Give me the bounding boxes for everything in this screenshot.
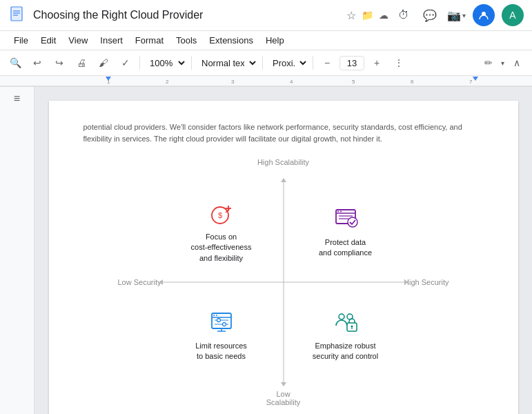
svg-point-22 <box>217 318 220 322</box>
search-button[interactable]: 🔍 <box>6 53 25 72</box>
font-select[interactable]: Proxi... <box>267 56 308 70</box>
doc-icon <box>8 6 28 25</box>
menu-edit[interactable]: Edit <box>35 32 61 48</box>
axis-bottom-label: LowScalability <box>266 390 301 406</box>
separator-4 <box>313 56 313 70</box>
quadrant-bottom-left: Limit resourcesto basic needs <box>159 282 284 386</box>
limit-icon <box>206 306 237 337</box>
sidebar: ≡ <box>0 87 35 414</box>
folder-icon[interactable]: 📁 <box>362 10 373 21</box>
quadrant-top-left: $ Focus oncost-effectivenessand flexibil… <box>159 179 284 282</box>
undo-button[interactable]: ↩ <box>28 53 47 72</box>
comment-icon[interactable]: 💬 <box>420 6 440 25</box>
separator-1 <box>139 56 140 70</box>
text-style-select[interactable]: Normal text <box>196 56 258 70</box>
menu-view[interactable]: View <box>63 32 93 48</box>
main-area: ≡ potential cloud providers. We'll consi… <box>0 87 532 414</box>
robust-icon <box>331 306 361 337</box>
svg-point-13 <box>340 210 342 212</box>
top-right-label: Protect dataand compliance <box>319 237 372 259</box>
quadrant-grid: $ Focus oncost-effectivenessand flexibil… <box>159 179 408 386</box>
separator-2 <box>191 56 192 70</box>
bottom-left-label: Limit resourcesto basic needs <box>195 341 247 362</box>
separator-3 <box>262 56 263 70</box>
top-left-label: Focus oncost-effectivenessand flexibilit… <box>191 232 252 264</box>
svg-rect-17 <box>212 313 231 328</box>
svg-point-19 <box>213 315 215 316</box>
quadrant-bottom-right: Emphasize robustsecurity and control <box>284 282 408 386</box>
svg-point-12 <box>337 210 339 212</box>
document-page: potential cloud providers. We'll conside… <box>49 101 518 414</box>
quadrant-chart: High Scalability LowScalability Low Secu… <box>118 158 449 406</box>
star-icon[interactable]: ☆ <box>346 9 356 22</box>
menu-insert[interactable]: Insert <box>95 32 128 48</box>
title-action-icons: ⏱ 💬 📷▾ A <box>394 4 524 26</box>
svg-point-16 <box>348 217 357 227</box>
svg-text:$: $ <box>217 211 221 219</box>
svg-point-30 <box>351 325 353 327</box>
print-button[interactable]: 🖨 <box>72 53 91 72</box>
cloud-icon[interactable]: ☁ <box>379 10 388 21</box>
toolbar: 🔍 ↩ ↪ 🖨 🖌 ✓ 100% Normal text Proxi... − … <box>0 50 532 76</box>
pen-chevron[interactable]: ▾ <box>501 59 504 67</box>
pen-button[interactable]: ✏ <box>479 53 498 72</box>
svg-rect-0 <box>11 7 22 21</box>
history-icon[interactable]: ⏱ <box>394 6 413 25</box>
font-size-decrease-button[interactable]: − <box>317 53 337 72</box>
axis-top-label: High Scalability <box>257 158 309 166</box>
intro-text: potential cloud providers. We'll conside… <box>83 121 484 144</box>
ruler: 1 2 3 4 5 6 7 <box>0 76 532 87</box>
protect-icon <box>331 203 361 233</box>
axis-left-label: Low Security <box>118 278 161 286</box>
menu-format[interactable]: Format <box>130 32 169 48</box>
document-area[interactable]: potential cloud providers. We'll conside… <box>35 87 532 414</box>
paint-format-button[interactable]: 🖌 <box>94 53 113 72</box>
title-bar: Choosing the Right Cloud Provider ☆ 📁 ☁ … <box>0 0 532 31</box>
menu-bar: File Edit View Insert Format Tools Exten… <box>0 31 532 50</box>
menu-help[interactable]: Help <box>260 32 290 48</box>
font-size-increase-button[interactable]: + <box>367 53 386 72</box>
user-avatar[interactable]: A <box>502 4 524 26</box>
spell-check-button[interactable]: ✓ <box>116 53 135 72</box>
axis-right-label: High Security <box>404 278 449 286</box>
svg-point-24 <box>222 322 226 326</box>
menu-extensions[interactable]: Extensions <box>204 32 259 48</box>
share-avatar[interactable] <box>473 4 495 26</box>
sidebar-list-icon[interactable]: ≡ <box>14 92 20 105</box>
redo-button[interactable]: ↪ <box>50 53 69 72</box>
collapse-button[interactable]: ∧ <box>507 53 526 72</box>
video-icon[interactable]: 📷▾ <box>446 6 466 25</box>
quadrant-top-right: Protect dataand compliance <box>284 179 408 282</box>
document-title: Choosing the Right Cloud Provider <box>33 9 341 21</box>
more-options-button[interactable]: ⋮ <box>389 53 408 72</box>
zoom-select[interactable]: 100% <box>144 56 187 70</box>
cost-icon: $ <box>206 197 237 228</box>
menu-tools[interactable]: Tools <box>170 32 202 48</box>
font-size-display[interactable]: 13 <box>339 56 364 70</box>
bottom-right-label: Emphasize robustsecurity and control <box>313 341 378 362</box>
svg-point-27 <box>339 314 344 319</box>
menu-file[interactable]: File <box>8 32 34 48</box>
svg-point-20 <box>216 315 217 316</box>
